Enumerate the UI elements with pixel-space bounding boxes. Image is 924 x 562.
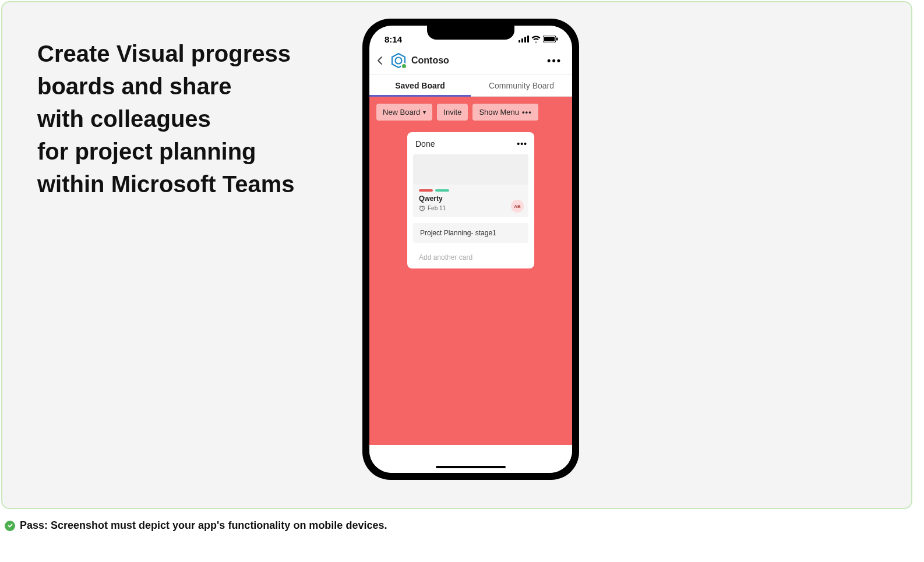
board-actions: New Board ▾ Invite Show Menu ••• [376, 104, 565, 121]
app-header: Contoso ••• [369, 49, 572, 75]
svg-rect-5 [544, 37, 555, 41]
card-date: Feb 11 [428, 205, 446, 211]
invite-label: Invite [443, 108, 461, 116]
chevron-down-icon: ▾ [423, 109, 426, 115]
card-title: Project Planning- stage1 [420, 229, 496, 237]
phone-bottom-bar [369, 445, 572, 473]
app-title: Contoso [411, 55, 539, 66]
phone-notch [427, 26, 514, 40]
more-dots-icon: ••• [522, 108, 532, 116]
new-board-label: New Board [383, 108, 420, 116]
svg-rect-3 [527, 36, 529, 43]
board-column: Done ••• Qwerty [407, 132, 534, 268]
validation-footer: Pass: Screenshot must depict your app's … [5, 519, 387, 532]
invite-button[interactable]: Invite [437, 104, 468, 121]
board-card[interactable]: Project Planning- stage1 [413, 223, 528, 243]
clock-icon [419, 205, 425, 211]
presence-badge [401, 63, 407, 69]
add-card-button[interactable]: Add another card [413, 249, 528, 263]
signal-icon [519, 36, 529, 43]
card-title: Qwerty [419, 195, 523, 203]
board-card[interactable]: Qwerty Feb 11 AB [413, 154, 528, 217]
column-title: Done [415, 139, 435, 149]
tabs: Saved Board Community Board [369, 75, 572, 97]
headline-line: Create Visual progress [37, 37, 295, 70]
headline-line: boards and share [37, 70, 295, 102]
tab-community-board[interactable]: Community Board [471, 75, 572, 96]
headline: Create Visual progress boards and share … [37, 37, 295, 200]
battery-icon [543, 36, 558, 43]
card-media [413, 154, 528, 185]
back-button[interactable] [374, 55, 386, 66]
home-indicator [436, 466, 506, 468]
show-menu-label: Show Menu [479, 108, 519, 116]
headline-line: for project planning [37, 135, 295, 168]
tag-green [435, 189, 449, 192]
svg-rect-0 [519, 40, 520, 43]
pass-text: Pass: Screenshot must depict your app's … [20, 519, 387, 532]
pass-check-icon [5, 521, 15, 531]
status-icons [519, 36, 558, 43]
card-meta: Feb 11 [419, 205, 523, 211]
card-tags [419, 189, 523, 192]
avatar: AB [511, 200, 524, 213]
header-more-button[interactable]: ••• [544, 55, 565, 67]
show-menu-button[interactable]: Show Menu ••• [472, 104, 538, 121]
tag-red [419, 189, 433, 192]
status-time: 8:14 [385, 34, 402, 44]
showcase-frame: Create Visual progress boards and share … [1, 1, 912, 509]
headline-line: with colleagues [37, 102, 295, 135]
new-board-button[interactable]: New Board ▾ [376, 104, 432, 121]
card-content: Qwerty Feb 11 AB [413, 185, 528, 217]
phone-screen: 8:14 [369, 26, 572, 473]
phone-device-frame: 8:14 [362, 19, 579, 480]
app-icon [390, 52, 407, 69]
headline-line: within Microsoft Teams [37, 168, 295, 200]
svg-rect-1 [521, 38, 523, 43]
svg-point-8 [396, 58, 402, 64]
svg-rect-6 [556, 38, 558, 41]
column-more-button[interactable]: ••• [517, 139, 527, 149]
tab-saved-board[interactable]: Saved Board [369, 75, 471, 96]
board-body: New Board ▾ Invite Show Menu ••• Done ••… [369, 97, 572, 445]
column-header: Done ••• [413, 139, 528, 154]
svg-rect-2 [524, 37, 526, 43]
wifi-icon [531, 36, 541, 43]
chevron-left-icon [376, 56, 383, 65]
